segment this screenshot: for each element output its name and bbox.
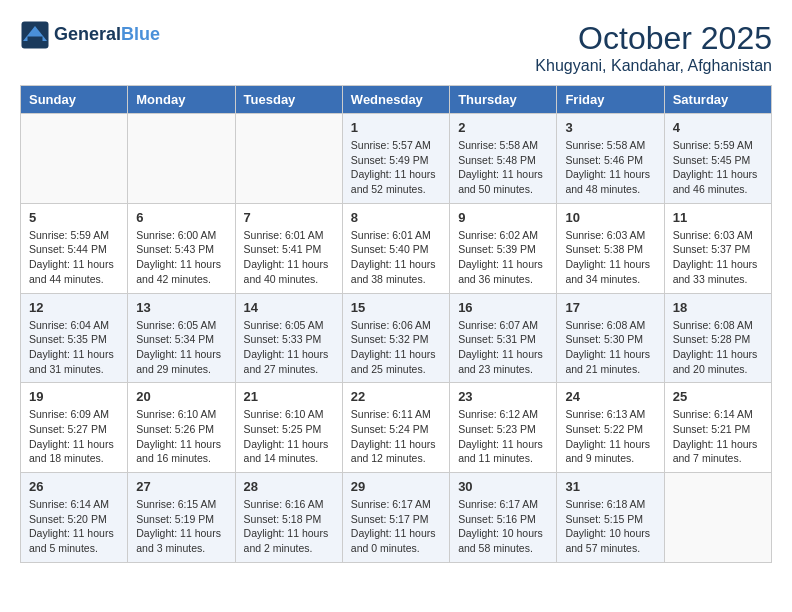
day-cell: 27Sunrise: 6:15 AM Sunset: 5:19 PM Dayli… bbox=[128, 473, 235, 563]
day-info: Sunrise: 6:18 AM Sunset: 5:15 PM Dayligh… bbox=[565, 497, 655, 556]
day-info: Sunrise: 6:07 AM Sunset: 5:31 PM Dayligh… bbox=[458, 318, 548, 377]
col-header-tuesday: Tuesday bbox=[235, 86, 342, 114]
title-block: October 2025 Khugyani, Kandahar, Afghani… bbox=[535, 20, 772, 75]
day-cell: 3Sunrise: 5:58 AM Sunset: 5:46 PM Daylig… bbox=[557, 114, 664, 204]
day-number: 27 bbox=[136, 479, 226, 494]
page-header: GeneralBlue October 2025 Khugyani, Kanda… bbox=[20, 20, 772, 75]
day-number: 16 bbox=[458, 300, 548, 315]
day-number: 25 bbox=[673, 389, 763, 404]
day-cell: 5Sunrise: 5:59 AM Sunset: 5:44 PM Daylig… bbox=[21, 203, 128, 293]
day-number: 24 bbox=[565, 389, 655, 404]
col-header-thursday: Thursday bbox=[450, 86, 557, 114]
day-info: Sunrise: 6:08 AM Sunset: 5:30 PM Dayligh… bbox=[565, 318, 655, 377]
day-cell: 13Sunrise: 6:05 AM Sunset: 5:34 PM Dayli… bbox=[128, 293, 235, 383]
day-cell: 9Sunrise: 6:02 AM Sunset: 5:39 PM Daylig… bbox=[450, 203, 557, 293]
week-row-3: 12Sunrise: 6:04 AM Sunset: 5:35 PM Dayli… bbox=[21, 293, 772, 383]
day-cell: 31Sunrise: 6:18 AM Sunset: 5:15 PM Dayli… bbox=[557, 473, 664, 563]
day-info: Sunrise: 6:12 AM Sunset: 5:23 PM Dayligh… bbox=[458, 407, 548, 466]
day-cell: 4Sunrise: 5:59 AM Sunset: 5:45 PM Daylig… bbox=[664, 114, 771, 204]
day-info: Sunrise: 6:14 AM Sunset: 5:21 PM Dayligh… bbox=[673, 407, 763, 466]
col-header-friday: Friday bbox=[557, 86, 664, 114]
day-cell: 22Sunrise: 6:11 AM Sunset: 5:24 PM Dayli… bbox=[342, 383, 449, 473]
col-header-saturday: Saturday bbox=[664, 86, 771, 114]
day-info: Sunrise: 6:17 AM Sunset: 5:17 PM Dayligh… bbox=[351, 497, 441, 556]
day-cell: 28Sunrise: 6:16 AM Sunset: 5:18 PM Dayli… bbox=[235, 473, 342, 563]
day-number: 1 bbox=[351, 120, 441, 135]
day-info: Sunrise: 6:08 AM Sunset: 5:28 PM Dayligh… bbox=[673, 318, 763, 377]
day-cell: 24Sunrise: 6:13 AM Sunset: 5:22 PM Dayli… bbox=[557, 383, 664, 473]
week-row-2: 5Sunrise: 5:59 AM Sunset: 5:44 PM Daylig… bbox=[21, 203, 772, 293]
day-cell: 21Sunrise: 6:10 AM Sunset: 5:25 PM Dayli… bbox=[235, 383, 342, 473]
day-number: 2 bbox=[458, 120, 548, 135]
day-number: 6 bbox=[136, 210, 226, 225]
day-info: Sunrise: 6:03 AM Sunset: 5:38 PM Dayligh… bbox=[565, 228, 655, 287]
day-cell: 17Sunrise: 6:08 AM Sunset: 5:30 PM Dayli… bbox=[557, 293, 664, 383]
day-cell: 14Sunrise: 6:05 AM Sunset: 5:33 PM Dayli… bbox=[235, 293, 342, 383]
day-cell: 7Sunrise: 6:01 AM Sunset: 5:41 PM Daylig… bbox=[235, 203, 342, 293]
day-info: Sunrise: 5:58 AM Sunset: 5:46 PM Dayligh… bbox=[565, 138, 655, 197]
calendar-table: SundayMondayTuesdayWednesdayThursdayFrid… bbox=[20, 85, 772, 563]
day-number: 21 bbox=[244, 389, 334, 404]
day-number: 22 bbox=[351, 389, 441, 404]
day-cell: 18Sunrise: 6:08 AM Sunset: 5:28 PM Dayli… bbox=[664, 293, 771, 383]
day-cell: 6Sunrise: 6:00 AM Sunset: 5:43 PM Daylig… bbox=[128, 203, 235, 293]
day-info: Sunrise: 6:01 AM Sunset: 5:41 PM Dayligh… bbox=[244, 228, 334, 287]
day-info: Sunrise: 6:16 AM Sunset: 5:18 PM Dayligh… bbox=[244, 497, 334, 556]
day-number: 11 bbox=[673, 210, 763, 225]
logo: GeneralBlue bbox=[20, 20, 160, 50]
day-number: 5 bbox=[29, 210, 119, 225]
day-cell: 29Sunrise: 6:17 AM Sunset: 5:17 PM Dayli… bbox=[342, 473, 449, 563]
day-number: 4 bbox=[673, 120, 763, 135]
day-info: Sunrise: 6:11 AM Sunset: 5:24 PM Dayligh… bbox=[351, 407, 441, 466]
day-number: 13 bbox=[136, 300, 226, 315]
day-cell: 15Sunrise: 6:06 AM Sunset: 5:32 PM Dayli… bbox=[342, 293, 449, 383]
day-number: 30 bbox=[458, 479, 548, 494]
day-cell bbox=[21, 114, 128, 204]
day-number: 9 bbox=[458, 210, 548, 225]
day-info: Sunrise: 6:05 AM Sunset: 5:33 PM Dayligh… bbox=[244, 318, 334, 377]
day-cell: 10Sunrise: 6:03 AM Sunset: 5:38 PM Dayli… bbox=[557, 203, 664, 293]
day-info: Sunrise: 6:13 AM Sunset: 5:22 PM Dayligh… bbox=[565, 407, 655, 466]
day-info: Sunrise: 6:01 AM Sunset: 5:40 PM Dayligh… bbox=[351, 228, 441, 287]
location-title: Khugyani, Kandahar, Afghanistan bbox=[535, 57, 772, 75]
day-cell bbox=[235, 114, 342, 204]
day-info: Sunrise: 5:59 AM Sunset: 5:44 PM Dayligh… bbox=[29, 228, 119, 287]
week-row-4: 19Sunrise: 6:09 AM Sunset: 5:27 PM Dayli… bbox=[21, 383, 772, 473]
day-cell: 20Sunrise: 6:10 AM Sunset: 5:26 PM Dayli… bbox=[128, 383, 235, 473]
day-cell: 2Sunrise: 5:58 AM Sunset: 5:48 PM Daylig… bbox=[450, 114, 557, 204]
day-info: Sunrise: 6:02 AM Sunset: 5:39 PM Dayligh… bbox=[458, 228, 548, 287]
day-number: 12 bbox=[29, 300, 119, 315]
header-row: SundayMondayTuesdayWednesdayThursdayFrid… bbox=[21, 86, 772, 114]
month-title: October 2025 bbox=[535, 20, 772, 57]
day-info: Sunrise: 5:59 AM Sunset: 5:45 PM Dayligh… bbox=[673, 138, 763, 197]
svg-rect-2 bbox=[28, 37, 43, 46]
day-cell: 25Sunrise: 6:14 AM Sunset: 5:21 PM Dayli… bbox=[664, 383, 771, 473]
day-info: Sunrise: 6:15 AM Sunset: 5:19 PM Dayligh… bbox=[136, 497, 226, 556]
day-info: Sunrise: 6:00 AM Sunset: 5:43 PM Dayligh… bbox=[136, 228, 226, 287]
day-number: 14 bbox=[244, 300, 334, 315]
day-info: Sunrise: 6:10 AM Sunset: 5:26 PM Dayligh… bbox=[136, 407, 226, 466]
day-info: Sunrise: 5:57 AM Sunset: 5:49 PM Dayligh… bbox=[351, 138, 441, 197]
week-row-1: 1Sunrise: 5:57 AM Sunset: 5:49 PM Daylig… bbox=[21, 114, 772, 204]
day-number: 31 bbox=[565, 479, 655, 494]
day-info: Sunrise: 6:17 AM Sunset: 5:16 PM Dayligh… bbox=[458, 497, 548, 556]
col-header-monday: Monday bbox=[128, 86, 235, 114]
day-number: 10 bbox=[565, 210, 655, 225]
day-cell: 26Sunrise: 6:14 AM Sunset: 5:20 PM Dayli… bbox=[21, 473, 128, 563]
day-cell: 11Sunrise: 6:03 AM Sunset: 5:37 PM Dayli… bbox=[664, 203, 771, 293]
day-cell: 23Sunrise: 6:12 AM Sunset: 5:23 PM Dayli… bbox=[450, 383, 557, 473]
day-number: 29 bbox=[351, 479, 441, 494]
day-number: 3 bbox=[565, 120, 655, 135]
day-cell bbox=[128, 114, 235, 204]
week-row-5: 26Sunrise: 6:14 AM Sunset: 5:20 PM Dayli… bbox=[21, 473, 772, 563]
day-info: Sunrise: 6:03 AM Sunset: 5:37 PM Dayligh… bbox=[673, 228, 763, 287]
day-cell: 19Sunrise: 6:09 AM Sunset: 5:27 PM Dayli… bbox=[21, 383, 128, 473]
day-number: 15 bbox=[351, 300, 441, 315]
day-cell: 30Sunrise: 6:17 AM Sunset: 5:16 PM Dayli… bbox=[450, 473, 557, 563]
day-info: Sunrise: 6:14 AM Sunset: 5:20 PM Dayligh… bbox=[29, 497, 119, 556]
day-info: Sunrise: 6:04 AM Sunset: 5:35 PM Dayligh… bbox=[29, 318, 119, 377]
day-cell: 8Sunrise: 6:01 AM Sunset: 5:40 PM Daylig… bbox=[342, 203, 449, 293]
day-number: 19 bbox=[29, 389, 119, 404]
day-number: 26 bbox=[29, 479, 119, 494]
day-info: Sunrise: 5:58 AM Sunset: 5:48 PM Dayligh… bbox=[458, 138, 548, 197]
